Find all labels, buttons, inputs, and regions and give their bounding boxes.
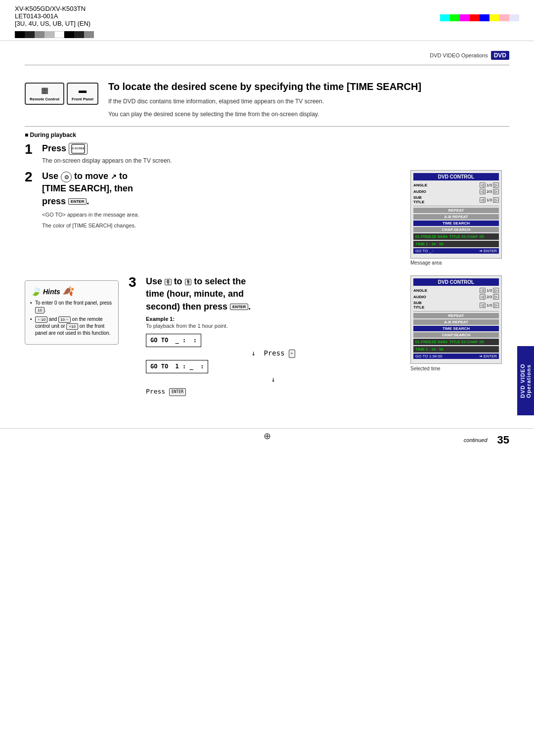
step2-number: 2: [25, 170, 37, 184]
color-bars-left: [15, 31, 94, 38]
section-divider1: [25, 126, 509, 127]
menu-time-search[interactable]: TIME SEARCH: [413, 221, 499, 226]
subtitle2-left-btn[interactable]: ◁: [480, 303, 486, 308]
dvd-control-panel1: DVD CONTROL ANGLE ◁ 1/3 ▷ AUDIO ◁: [410, 170, 502, 259]
part-number: LET0143-001A: [15, 12, 94, 20]
menu-ab-repeat: A-B REPEAT: [413, 214, 499, 220]
hints-item1: To enter 0 on the front panel, press 10.: [30, 300, 113, 313]
num0-icon: 0̲: [165, 279, 172, 285]
menu2-repeat: REPEAT: [413, 313, 499, 318]
step2-text: Use ⊙ to move ↗ to [TIME SEARCH], then p…: [42, 170, 400, 208]
color-bars-right: [440, 14, 519, 21]
region-code: [3U, 4U, US, UB, UT] (EN): [15, 20, 94, 27]
color-bar-black: [15, 31, 25, 38]
dvd-ops-label: DVD VIDEO Operations DVD: [25, 51, 509, 60]
step2-info1: <GO TO> appears in the message area.: [42, 211, 400, 219]
color-bar-lgray: [44, 31, 54, 38]
angle-right-btn[interactable]: ▷: [493, 182, 499, 188]
audio2-left-btn[interactable]: ◁: [480, 294, 486, 300]
step1-number: 1: [25, 142, 37, 156]
screen-info1: 01 FREEZE 84/84 TITLE 03 CHAP. 05: [413, 233, 499, 240]
dvd-control-audio-row: AUDIO ◁ 2/3 ▷: [413, 189, 499, 194]
audio-right-btn[interactable]: ▷: [493, 189, 499, 194]
hints-box: 🍃 Hints 🍂 To enter 0 on the front panel,…: [25, 280, 119, 345]
screen-time2: TIME 1 : 34 : 58: [413, 346, 499, 353]
goto-diagram: GO TO _ : : ↓ Press ← GO TO 1 : _ :: [146, 334, 400, 398]
dvd-badge: DVD: [491, 51, 509, 60]
dvd-video-sidebar: DVD VIDEOOperations: [517, 346, 534, 415]
menu-chap-search: CHAP.SEARCH: [413, 227, 499, 232]
hints-item2: ←10 and 10→ on the remote control unit o…: [30, 316, 113, 337]
center-cross-mark: ⊕: [264, 431, 271, 442]
step2-left: 2 Use ⊙ to move ↗ to [TIME SEARCH], then…: [25, 170, 400, 236]
dvd-control-angle-row: ANGLE ◁ 1/3 ▷: [413, 182, 499, 188]
color-bar-dark2: [74, 31, 84, 38]
color-bar-blue: [480, 14, 490, 21]
message-area-label1: Message area: [410, 260, 509, 266]
color-bar-pink: [499, 14, 509, 21]
model-number: XV-K505GD/XV-K503TN: [15, 5, 94, 12]
color-bar-red: [470, 14, 480, 21]
color-bar-yellow: [490, 14, 499, 21]
screen-info2: 01 FREEZE 84/84 TITLE 03 CHAP. 05: [413, 339, 499, 345]
step3-right: DVD CONTROL ANGLE ◁ 1/3 ▷ AUDIO: [410, 275, 509, 371]
num9-icon: 9̲: [185, 279, 192, 285]
step3-text: Use 0̲ to 9̲ to select the time (hour, m…: [146, 275, 400, 313]
audio-left-btn[interactable]: ◁: [480, 189, 486, 194]
step3-enter-btn: ENTER: [230, 304, 248, 310]
dvd-screen2: 01 FREEZE 84/84 TITLE 03 CHAP. 05 TIME 1…: [413, 339, 499, 359]
color-bar-white: [54, 31, 64, 38]
goto-enter-btn: ENTER: [169, 388, 186, 396]
step2-row: 2 Use ⊙ to move ↗ to [TIME SEARCH], then…: [25, 170, 400, 230]
audio2-right-btn[interactable]: ▷: [493, 294, 499, 300]
svg-text:ON SCREEN: ON SCREEN: [71, 147, 85, 150]
menu2-ab-repeat: A-B REPEAT: [413, 319, 499, 325]
step3-left: 3 Use 0̲ to 9̲ to select the time (hour,…: [129, 275, 400, 408]
subtitle-right-btn[interactable]: ▷: [493, 197, 499, 203]
subtitle2-right-btn[interactable]: ▷: [493, 303, 499, 308]
during-playback-label: During playback: [25, 132, 509, 138]
compass-button-icon: ⊙: [61, 172, 72, 182]
top-divider: [25, 65, 509, 65]
desc1: If the DVD disc contains time informatio…: [108, 97, 421, 106]
dvd-control-panel2: DVD CONTROL ANGLE ◁ 1/3 ▷ AUDIO: [410, 275, 502, 364]
angle2-left-btn[interactable]: ◁: [480, 288, 486, 293]
screen-time1: TIME 1 : 34 : 58: [413, 241, 499, 247]
main-title: To locate the desired scene by specifyin…: [108, 80, 421, 93]
color-bar-magenta: [460, 14, 470, 21]
dvd-control-sub-row: SUB TITLE ◁ 1/3 ▷: [413, 195, 499, 204]
subtitle-left-btn[interactable]: ◁: [480, 197, 486, 203]
step1-content: Press ON SCREEN The on-screen display ap…: [42, 142, 509, 164]
step2-container: 2 Use ⊙ to move ↗ to [TIME SEARCH], then…: [25, 170, 509, 266]
step1-row: 1 Press ON SCREEN The on-screen display …: [25, 142, 509, 164]
continued-label: continued: [464, 437, 488, 443]
step3-full-row: 🍃 Hints 🍂 To enter 0 on the front panel,…: [25, 275, 509, 408]
header-right: [440, 5, 519, 21]
dvd-control2-angle-row: ANGLE ◁ 1/3 ▷: [413, 288, 499, 293]
color-bar-lavender: [509, 14, 519, 21]
step3-content: Use 0̲ to 9̲ to select the time (hour, m…: [146, 275, 400, 402]
front-panel-icon: ▬ Front Panel: [67, 83, 98, 105]
menu-repeat: REPEAT: [413, 208, 499, 213]
goto-line1: GO TO _ : :: [146, 334, 400, 348]
cursor-icon: ↗: [111, 172, 117, 182]
menu2-time-search[interactable]: TIME SEARCH: [413, 326, 499, 331]
step2-info2: The color of [TIME SEARCH] changes.: [42, 222, 400, 230]
angle2-right-btn[interactable]: ▷: [493, 288, 499, 293]
menu2-chap-search: CHAP.SEARCH: [413, 332, 499, 338]
color-bar-green: [450, 14, 460, 21]
angle-left-btn[interactable]: ◁: [480, 182, 486, 188]
onscreen-button-icon: ON SCREEN: [69, 143, 88, 155]
page-header: XV-K505GD/XV-K503TN LET0143-001A [3U, 4U…: [0, 0, 534, 41]
example-text: To playback from the 1 hour point.: [146, 323, 400, 329]
remote-control-icon: ▦ Remote Control: [25, 83, 64, 105]
dvd-control2-sub-row: SUB TITLE ◁ 1/3 ▷: [413, 301, 499, 310]
hints-column: 🍃 Hints 🍂 To enter 0 on the front panel,…: [25, 275, 119, 345]
step3-content-area: 3 Use 0̲ to 9̲ to select the time (hour,…: [129, 275, 509, 408]
goto-bar1: GO TO _ : ➜ ENTER: [413, 248, 499, 254]
header-left: XV-K505GD/XV-K503TN LET0143-001A [3U, 4U…: [15, 5, 94, 38]
goto-arrow1: ↓ Press ←: [146, 347, 400, 359]
step1-text: Press ON SCREEN: [42, 142, 509, 155]
color-bar-gray: [35, 31, 44, 38]
press-back-icon: ←: [289, 350, 295, 357]
